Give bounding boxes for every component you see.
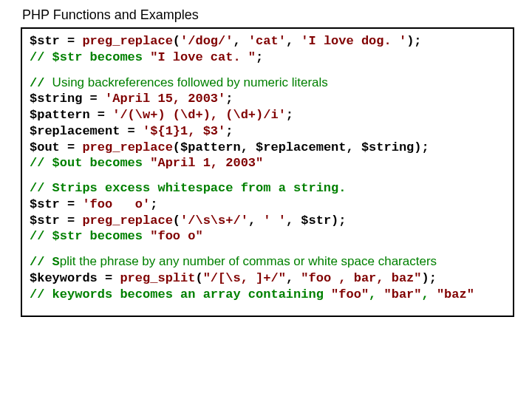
code-line: $keywords = preg_split("/[\s, ]+/", "foo… <box>30 270 505 287</box>
code-text: $str = <box>30 34 82 48</box>
code-text: ; <box>256 50 263 64</box>
code-line: // $str becomes "I love cat. "; <box>30 50 505 66</box>
code-line: $string = 'April 15, 2003'; <box>30 91 505 107</box>
string-literal: 'cat' <box>248 34 286 48</box>
document-page: PHP Functions and Examples $str = preg_r… <box>0 0 532 324</box>
code-line: $str = 'foo o'; <box>30 197 505 213</box>
comment-text: // $out becomes <box>30 156 150 170</box>
string-literal: '/\s\s+/' <box>180 214 248 228</box>
code-text: ; <box>225 92 233 106</box>
code-text: ); <box>422 271 437 285</box>
code-text: ); <box>406 34 421 48</box>
code-text: $keywords = <box>30 271 120 285</box>
code-line: $str = preg_replace('/\s\s+/', ' ', $str… <box>30 213 505 229</box>
comment-line: // Strips excess whitespace from a strin… <box>30 180 505 197</box>
func-name: preg_split <box>120 271 195 285</box>
comment-text: Using backreferences followed by numeric… <box>52 75 328 89</box>
code-text: ; <box>150 197 157 211</box>
code-section-1: $str = preg_replace('/dog/', 'cat', 'I l… <box>30 33 505 66</box>
string-literal: '${1}1, $3' <box>143 124 225 138</box>
code-text: , $str); <box>286 214 347 228</box>
string-literal: "/[\s, ]+/" <box>203 271 286 285</box>
comment-text: , <box>422 287 437 301</box>
comment-text: , <box>369 287 383 301</box>
code-section-3: // Strips excess whitespace from a strin… <box>30 180 505 245</box>
string-literal: ' ' <box>263 214 286 228</box>
func-name: preg_replace <box>82 34 172 48</box>
string-literal: "April 1, 2003" <box>150 156 263 170</box>
code-text: ($pattern, $replacement, $string); <box>173 140 429 154</box>
code-text: , <box>286 34 301 48</box>
code-text: , <box>286 271 301 285</box>
code-text: $out = <box>30 140 82 154</box>
code-text: ( <box>173 34 180 48</box>
code-text: $str = <box>30 197 82 211</box>
func-name: preg_replace <box>82 140 172 154</box>
code-line: $pattern = '/(\w+) (\d+), (\d+)/i'; <box>30 107 505 123</box>
string-literal: '/dog/' <box>180 34 233 48</box>
comment-text: // $str becomes <box>30 229 150 243</box>
comment-text: plit the phrase by any number of commas … <box>60 254 437 268</box>
code-line: // keywords becomes an array containing … <box>30 287 505 303</box>
code-text: , <box>233 34 248 48</box>
string-literal: "bar" <box>384 287 422 301</box>
code-section-4: // Split the phrase by any number of com… <box>30 253 505 302</box>
string-literal: "foo , bar, baz" <box>301 271 421 285</box>
code-line: $out = preg_replace($pattern, $replaceme… <box>30 140 505 156</box>
string-literal: 'April 15, 2003' <box>105 92 225 106</box>
code-line: $replacement = '${1}1, $3'; <box>30 123 505 140</box>
code-box: $str = preg_replace('/dog/', 'cat', 'I l… <box>21 27 514 317</box>
code-line: // $out becomes "April 1, 2003" <box>30 155 505 171</box>
comment-text: // keywords becomes an array containing <box>30 287 331 301</box>
code-text: , <box>248 214 263 228</box>
string-literal: "I love cat. " <box>150 50 256 64</box>
string-literal: '/(\w+) (\d+), (\d+)/i' <box>112 108 286 122</box>
code-text: $string = <box>30 92 105 106</box>
string-literal: "foo" <box>331 287 369 301</box>
code-line: // $str becomes "foo o" <box>30 228 505 245</box>
page-title: PHP Functions and Examples <box>21 7 514 23</box>
comment-slash: // <box>30 255 52 269</box>
func-name: preg_replace <box>82 214 172 228</box>
comment-line: // Using backreferences followed by nume… <box>30 75 505 92</box>
code-text: ; <box>225 124 233 138</box>
comment-line: // Split the phrase by any number of com… <box>30 253 505 270</box>
comment-s: S <box>52 255 60 269</box>
comment-slash: // <box>30 76 52 90</box>
code-section-2: // Using backreferences followed by nume… <box>30 75 505 172</box>
code-text: ; <box>286 108 293 122</box>
string-literal: 'I love dog. ' <box>301 34 406 48</box>
code-line: $str = preg_replace('/dog/', 'cat', 'I l… <box>30 33 505 50</box>
string-literal: 'foo o' <box>82 197 150 211</box>
code-text: ( <box>173 214 180 228</box>
string-literal: "baz" <box>437 287 474 301</box>
code-text: $pattern = <box>30 108 112 122</box>
code-text: $str = <box>30 214 82 228</box>
code-text: $replacement = <box>30 124 143 138</box>
comment-text: // $str becomes <box>30 50 150 64</box>
code-text: ( <box>195 271 202 285</box>
string-literal: "foo o" <box>150 229 202 243</box>
